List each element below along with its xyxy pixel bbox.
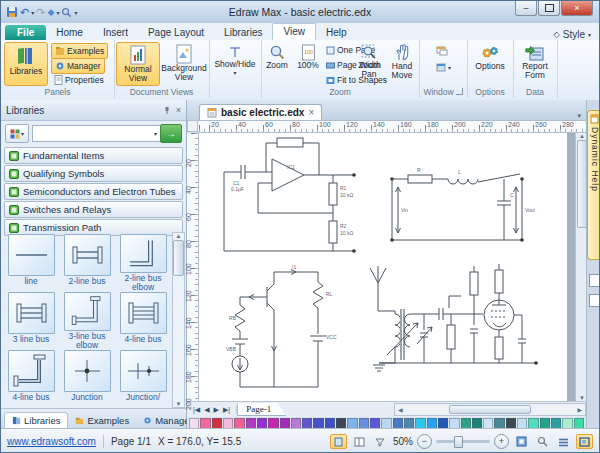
navigate-icon[interactable]: ◆ <box>47 7 54 18</box>
canvas-horizontal-scrollbar[interactable]: ◀ ▶ <box>394 403 586 416</box>
opamp-circuit[interactable] <box>224 138 356 253</box>
properties-button[interactable]: Properties <box>51 73 107 87</box>
manager-button[interactable]: Manager <box>51 58 105 74</box>
first-page-icon[interactable]: |◀ <box>193 406 200 414</box>
normal-view-mode-button[interactable] <box>330 434 347 449</box>
symbol-2-line-bus[interactable]: 2-line bus <box>59 234 115 292</box>
sidebar-tab-libraries[interactable]: Libraries <box>4 412 68 428</box>
panel-doc-icon[interactable] <box>589 268 600 287</box>
panel-doc-icon-2[interactable] <box>589 288 600 307</box>
style-button[interactable]: ◇ Style ▾ <box>554 29 599 40</box>
zoom-slider-thumb[interactable] <box>454 436 463 448</box>
symbol-junction[interactable]: Junction <box>59 350 115 408</box>
symbol-4-line-bus[interactable]: 4-line bus <box>115 292 171 350</box>
drawing-page[interactable]: IC1C10.1μFR110 kΩR210 kΩRLCVinVoutRLVCCR… <box>199 133 567 401</box>
pin-icon[interactable] <box>163 106 171 115</box>
layers-button[interactable] <box>555 434 572 449</box>
symbol-2-line-bus-elbow[interactable]: 2-line bus elbow <box>115 234 171 292</box>
maximize-button[interactable] <box>538 1 560 16</box>
symbol-4-line-bus-elbow[interactable]: 4-line bus <box>3 350 59 408</box>
category-fundamental-items[interactable]: Fundamental Items <box>4 147 183 164</box>
zoom-pan-button[interactable]: Zoom Pan <box>353 42 385 86</box>
filter-view-button[interactable] <box>372 434 389 449</box>
symbol-label: line <box>24 277 37 286</box>
last-page-icon[interactable]: ▶| <box>223 406 230 414</box>
zoom-100-button[interactable]: 100 100% <box>293 42 323 86</box>
sidebar-tab-examples[interactable]: Examples <box>68 413 136 428</box>
normal-view-button[interactable]: Normal View <box>116 42 160 86</box>
navigate-caret-icon[interactable]: ▾ <box>56 9 59 16</box>
tab-help[interactable]: Help <box>316 25 357 40</box>
library-search-input[interactable] <box>32 125 163 142</box>
document-tab[interactable]: basic electric.edx × <box>199 104 322 120</box>
symbol-label: 4-line bus <box>125 335 162 344</box>
scroll-up-icon[interactable]: ▲ <box>579 133 585 139</box>
report-form-label: Report Form <box>513 62 557 80</box>
scrollbar-thumb[interactable] <box>449 405 531 414</box>
sidebar-tab-label: Examples <box>87 415 129 426</box>
redo-icon[interactable]: ↷ <box>36 7 45 18</box>
scroll-left-icon[interactable]: ◀ <box>395 406 406 413</box>
zoom-slider[interactable] <box>436 440 490 443</box>
ribbon-group-data: Report Form Data <box>513 40 558 98</box>
symbol-grid-scrollbar[interactable]: ▲ ▼ <box>172 232 185 408</box>
scroll-up-icon[interactable]: ▲ <box>176 233 182 239</box>
zoom-in-button[interactable]: + <box>494 434 509 449</box>
transistor-circuit[interactable] <box>232 270 326 388</box>
close-button[interactable]: × <box>561 1 593 16</box>
zoom-region-button[interactable] <box>534 434 551 449</box>
category-switches-relays[interactable]: Switches and Relays <box>4 201 183 218</box>
doc-list-caret-icon[interactable]: ▾ <box>577 112 586 120</box>
new-window-button[interactable] <box>433 44 451 58</box>
scroll-right-icon[interactable]: ▶ <box>574 406 585 413</box>
minimize-button[interactable]: – <box>515 1 537 16</box>
category-qualifying-symbols[interactable]: Qualifying Symbols <box>4 165 183 182</box>
symbol-3-line-bus[interactable]: 3 line bus <box>3 292 59 350</box>
dynamic-help-tab[interactable]: Dynamic Help <box>587 110 600 260</box>
document-close-icon[interactable]: × <box>308 107 314 118</box>
symbol-label: 2-line bus <box>69 277 106 286</box>
page-tab[interactable]: Page-1 <box>237 403 286 416</box>
undo-caret-icon[interactable]: ▾ <box>31 9 34 16</box>
show-hide-button[interactable]: Show/Hide ▾ <box>213 42 257 86</box>
qat-customize-icon[interactable]: ▾ <box>74 9 77 16</box>
undo-icon[interactable]: ↶ <box>20 7 29 18</box>
tab-view[interactable]: View <box>272 23 316 40</box>
rlc-circuit[interactable] <box>390 174 524 242</box>
library-view-button[interactable]: ▾ <box>5 124 29 143</box>
zoom-out-button[interactable]: − <box>417 434 432 449</box>
symbol-line[interactable]: line <box>3 234 59 292</box>
report-form-button[interactable]: Report Form <box>513 42 557 86</box>
dialog-launcher-icon[interactable] <box>456 88 463 95</box>
panel-close-icon[interactable]: × <box>176 105 181 115</box>
background-view-button[interactable]: Background View <box>162 42 206 86</box>
examples-button[interactable]: Examples <box>51 43 108 59</box>
scroll-down-icon[interactable]: ▼ <box>579 395 585 401</box>
tab-libraries[interactable]: Libraries <box>214 25 272 40</box>
fit-page-button[interactable] <box>513 434 530 449</box>
tab-insert[interactable]: Insert <box>93 25 138 40</box>
edrawsoft-link[interactable]: www.edrawsoft.com <box>7 436 96 447</box>
elbow2-shape-icon <box>120 234 167 273</box>
print-preview-icon[interactable] <box>61 7 72 18</box>
save-icon[interactable] <box>6 6 18 18</box>
scrollbar-thumb[interactable] <box>173 240 184 276</box>
symbol-3-line-bus-elbow[interactable]: 3-line bus elbow <box>59 292 115 350</box>
switch-window-button[interactable]: ▾ <box>433 60 454 74</box>
page-view-mode-button[interactable] <box>351 434 368 449</box>
options-button[interactable]: Options <box>468 42 512 86</box>
hand-move-button[interactable]: Hand Move <box>385 42 419 86</box>
pan-window-button[interactable] <box>576 434 593 449</box>
tab-home[interactable]: Home <box>46 25 93 40</box>
library-go-button[interactable]: → <box>160 124 182 143</box>
next-page-icon[interactable]: ▶ <box>214 406 219 414</box>
tab-file[interactable]: File <box>5 25 46 40</box>
prev-page-icon[interactable]: ◀ <box>204 406 209 414</box>
radio-circuit[interactable] <box>370 264 538 371</box>
symbol-junction-2[interactable]: Junction/ <box>115 350 171 408</box>
zoom-button[interactable]: Zoom <box>261 42 293 86</box>
category-semiconductors[interactable]: Semiconductors and Electron Tubes <box>4 183 183 200</box>
scroll-down-icon[interactable]: ▼ <box>176 401 182 407</box>
tab-page-layout[interactable]: Page Layout <box>138 25 214 40</box>
libraries-button[interactable]: Libraries <box>4 42 48 86</box>
